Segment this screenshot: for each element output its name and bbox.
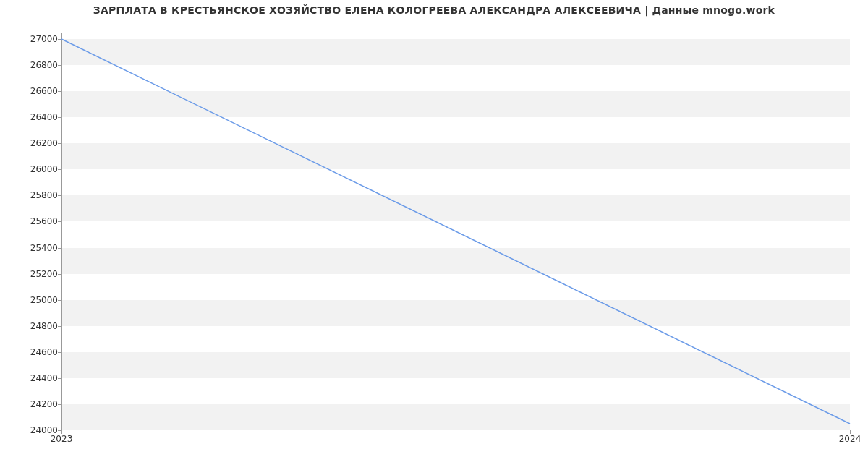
y-tick-mark: [58, 143, 61, 144]
chart-container: ЗАРПЛАТА В КРЕСТЬЯНСКОЕ ХОЗЯЙСТВО ЕЛЕНА …: [0, 0, 868, 470]
y-tick-label: 26800: [30, 60, 58, 70]
y-tick-label: 26400: [30, 112, 58, 122]
y-tick-mark: [58, 65, 61, 66]
y-tick-label: 26200: [30, 138, 58, 148]
y-tick-mark: [58, 248, 61, 249]
y-tick-label: 25400: [30, 243, 58, 253]
y-tick-mark: [58, 274, 61, 275]
x-tick-label: 2024: [839, 434, 861, 444]
x-tick-label: 2023: [51, 434, 73, 444]
x-tick-mark: [61, 430, 62, 434]
y-tick-mark: [58, 404, 61, 405]
line-layer: [61, 33, 850, 430]
series-line: [61, 39, 850, 424]
y-tick-label: 25600: [30, 216, 58, 226]
y-tick-mark: [58, 169, 61, 170]
y-tick-label: 25200: [30, 269, 58, 279]
y-tick-mark: [58, 91, 61, 92]
y-tick-mark: [58, 117, 61, 118]
y-tick-label: 24400: [30, 373, 58, 383]
y-tick-label: 27000: [30, 34, 58, 44]
y-tick-mark: [58, 195, 61, 196]
y-tick-mark: [58, 221, 61, 222]
plot-area: [61, 33, 850, 430]
y-tick-mark: [58, 326, 61, 327]
y-tick-mark: [58, 39, 61, 40]
y-tick-label: 24800: [30, 321, 58, 331]
y-tick-label: 25000: [30, 295, 58, 305]
y-tick-mark: [58, 352, 61, 353]
x-tick-mark: [850, 430, 851, 434]
y-tick-label: 24600: [30, 347, 58, 357]
y-tick-label: 26600: [30, 86, 58, 96]
chart-title: ЗАРПЛАТА В КРЕСТЬЯНСКОЕ ХОЗЯЙСТВО ЕЛЕНА …: [0, 4, 868, 16]
y-tick-mark: [58, 378, 61, 379]
y-tick-mark: [58, 300, 61, 301]
y-tick-label: 24200: [30, 399, 58, 409]
y-tick-label: 25800: [30, 190, 58, 200]
y-tick-label: 26000: [30, 164, 58, 174]
